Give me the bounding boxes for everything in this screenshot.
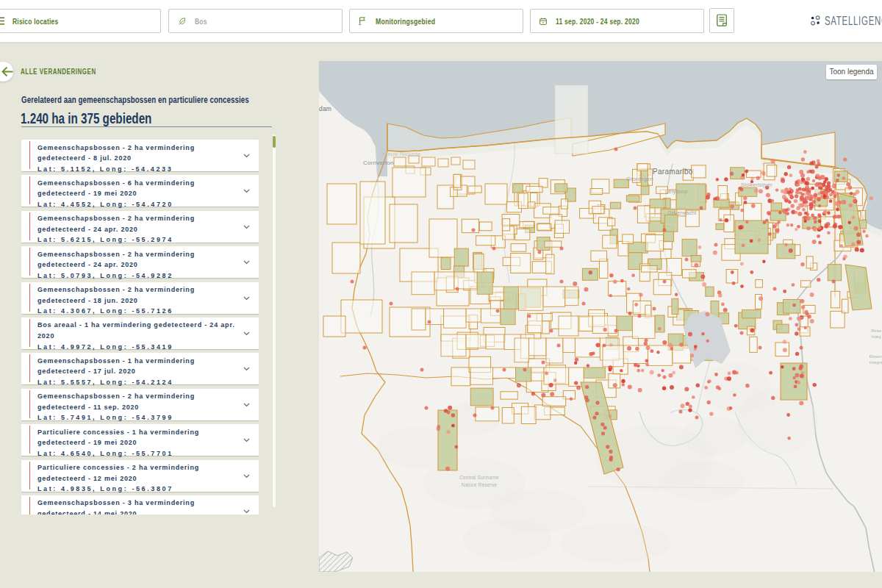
- svg-text:Onverwacht: Onverwacht: [667, 210, 696, 215]
- svg-text:Central Suriname: Central Suriname: [459, 475, 499, 480]
- svg-text:Lelydorp: Lelydorp: [665, 188, 687, 195]
- svg-text:Paramaribo: Paramaribo: [653, 168, 693, 176]
- svg-text:intég: intég: [871, 334, 881, 339]
- svg-text:Nature Reserve: Nature Reserve: [462, 482, 498, 487]
- svg-text:intégra: intégra: [870, 360, 882, 365]
- svg-text:Stolkertsijver: Stolkertsijver: [741, 182, 772, 188]
- svg-text:Groningen: Groningen: [626, 176, 653, 182]
- svg-text:Réserv: Réserv: [869, 354, 882, 359]
- svg-text:dam: dam: [319, 105, 331, 112]
- svg-text:Rése: Rése: [871, 329, 882, 333]
- svg-text:Corriverton: Corriverton: [363, 159, 394, 166]
- svg-text:Nieuw Nickerie: Nieuw Nickerie: [382, 151, 421, 157]
